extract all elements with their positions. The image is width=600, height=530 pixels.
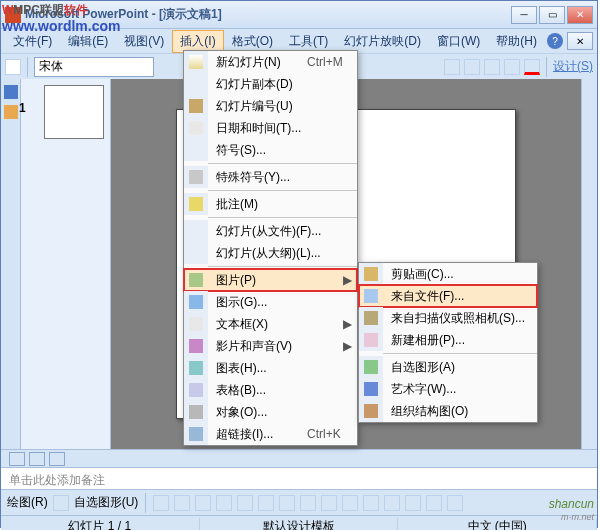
menu-icon-column xyxy=(184,401,208,423)
insert-menu-separator xyxy=(208,266,357,267)
ico-date xyxy=(189,121,203,135)
menu-item-label: 自选图形(A) xyxy=(383,359,537,376)
powerpoint-icon xyxy=(5,7,21,23)
insert-menu-item-20[interactable]: 超链接(I)...Ctrl+K xyxy=(184,423,357,445)
menu-icon-column xyxy=(184,357,208,379)
bullets-icon[interactable] xyxy=(504,59,520,75)
textbox-icon[interactable] xyxy=(237,495,253,511)
menu-item-label: 符号(S)... xyxy=(208,142,357,159)
align-center-icon[interactable] xyxy=(484,59,500,75)
insert-menu-item-6[interactable]: 特殊符号(Y)... xyxy=(184,166,357,188)
menu-item-label: 新幻灯片(N) xyxy=(208,54,307,71)
picture-submenu-item-6[interactable]: 艺术字(W)... xyxy=(359,378,537,400)
insert-menu-item-8[interactable]: 批注(M) xyxy=(184,193,357,215)
line-style-icon[interactable] xyxy=(405,495,421,511)
window-buttons: ─ ▭ ✕ xyxy=(511,6,593,24)
font-color-icon[interactable] xyxy=(384,495,400,511)
oval-icon[interactable] xyxy=(216,495,232,511)
insert-menu-item-19[interactable]: 对象(O)... xyxy=(184,401,357,423)
picture-submenu-item-5[interactable]: 自选图形(A) xyxy=(359,356,537,378)
sorter-view-icon[interactable] xyxy=(29,452,45,466)
insert-menu-item-10[interactable]: 幻灯片(从文件)(F)... xyxy=(184,220,357,242)
vertical-scrollbar[interactable] xyxy=(581,79,597,449)
titlebar: Microsoft PowerPoint - [演示文稿1] ─ ▭ ✕ xyxy=(1,1,597,29)
status-slide-count: 幻灯片 1 / 1 xyxy=(1,518,200,530)
help-icon[interactable]: ? xyxy=(547,33,563,49)
arrow-style-icon[interactable] xyxy=(447,495,463,511)
slide-thumbnail-1[interactable] xyxy=(44,85,104,139)
submenu-arrow-icon: ▶ xyxy=(343,317,357,331)
design-link[interactable]: 设计(S) xyxy=(553,58,593,75)
picture-submenu-item-0[interactable]: 剪贴画(C)... xyxy=(359,263,537,285)
rectangle-icon[interactable] xyxy=(195,495,211,511)
draw-menu[interactable]: 绘图(R) xyxy=(7,494,48,511)
status-template: 默认设计模板 xyxy=(200,518,399,530)
pointer-icon[interactable] xyxy=(53,495,69,511)
menu-icon-column xyxy=(359,285,383,307)
restore-button[interactable]: ▭ xyxy=(539,6,565,24)
picture-submenu-item-1[interactable]: 来自文件(F)... xyxy=(359,285,537,307)
insert-menu-item-15[interactable]: 文本框(X)▶ xyxy=(184,313,357,335)
insert-menu-item-0[interactable]: 新幻灯片(N)Ctrl+M xyxy=(184,51,357,73)
line-color-icon[interactable] xyxy=(363,495,379,511)
menu-item-label: 艺术字(W)... xyxy=(383,381,537,398)
insert-menu-item-3[interactable]: 日期和时间(T)... xyxy=(184,117,357,139)
insert-menu-item-16[interactable]: 影片和声音(V)▶ xyxy=(184,335,357,357)
normal-view-icon[interactable] xyxy=(9,452,25,466)
menu-help[interactable]: 帮助(H) xyxy=(488,30,545,53)
submenu-arrow-icon: ▶ xyxy=(343,339,357,353)
menu-item-label: 日期和时间(T)... xyxy=(208,120,357,137)
ico-sym xyxy=(189,170,203,184)
menu-icon-column xyxy=(184,335,208,357)
clipart-icon[interactable] xyxy=(300,495,316,511)
slideshow-view-icon[interactable] xyxy=(49,452,65,466)
menu-item-label: 幻灯片(从文件)(F)... xyxy=(208,223,357,240)
autoshapes-menu[interactable]: 自选图形(U) xyxy=(74,494,139,511)
line-icon[interactable] xyxy=(153,495,169,511)
bold-icon[interactable] xyxy=(444,59,460,75)
picture-icon[interactable] xyxy=(321,495,337,511)
ico-tbl xyxy=(189,383,203,397)
wordart-icon[interactable] xyxy=(258,495,274,511)
doc-close-button[interactable]: ✕ xyxy=(567,32,593,50)
menu-window[interactable]: 窗口(W) xyxy=(429,30,488,53)
font-selector[interactable]: 宋体 xyxy=(34,57,154,77)
menu-item-label: 幻灯片编号(U) xyxy=(208,98,357,115)
menu-icon-column xyxy=(184,291,208,313)
menu-icon-column xyxy=(184,51,208,73)
menu-icon-column xyxy=(184,139,208,161)
font-color-icon[interactable] xyxy=(524,59,540,75)
insert-menu-item-4[interactable]: 符号(S)... xyxy=(184,139,357,161)
left-rail xyxy=(1,79,21,449)
menu-icon-column xyxy=(359,329,383,351)
insert-menu-item-13[interactable]: 图片(P)▶ xyxy=(184,269,357,291)
diagram-icon[interactable] xyxy=(279,495,295,511)
picture-submenu-item-7[interactable]: 组织结构图(O) xyxy=(359,400,537,422)
outline-tab-icon[interactable] xyxy=(4,85,18,99)
menu-icon-column xyxy=(184,242,208,264)
dash-style-icon[interactable] xyxy=(426,495,442,511)
arrow-icon[interactable] xyxy=(174,495,190,511)
insert-menu-item-2[interactable]: 幻灯片编号(U) xyxy=(184,95,357,117)
notes-pane[interactable]: 单击此处添加备注 xyxy=(1,467,597,489)
insert-menu-separator xyxy=(208,217,357,218)
menu-item-label: 图片(P) xyxy=(208,272,343,289)
insert-menu-item-1[interactable]: 幻灯片副本(D) xyxy=(184,73,357,95)
close-button[interactable]: ✕ xyxy=(567,6,593,24)
picture-submenu-item-3[interactable]: 新建相册(P)... xyxy=(359,329,537,351)
menu-file[interactable]: 文件(F) xyxy=(5,30,60,53)
menu-item-label: 剪贴画(C)... xyxy=(383,266,537,283)
slides-tab-icon[interactable] xyxy=(4,105,18,119)
new-doc-icon[interactable] xyxy=(5,59,21,75)
menu-edit[interactable]: 编辑(E) xyxy=(60,30,116,53)
fill-color-icon[interactable] xyxy=(342,495,358,511)
align-left-icon[interactable] xyxy=(464,59,480,75)
picture-submenu-item-2[interactable]: 来自扫描仪或照相机(S)... xyxy=(359,307,537,329)
insert-menu-item-17[interactable]: 图表(H)... xyxy=(184,357,357,379)
menu-view[interactable]: 视图(V) xyxy=(116,30,172,53)
insert-menu-item-18[interactable]: 表格(B)... xyxy=(184,379,357,401)
minimize-button[interactable]: ─ xyxy=(511,6,537,24)
insert-menu-item-14[interactable]: 图示(G)... xyxy=(184,291,357,313)
insert-menu-item-11[interactable]: 幻灯片(从大纲)(L)... xyxy=(184,242,357,264)
ico-org xyxy=(364,404,378,418)
